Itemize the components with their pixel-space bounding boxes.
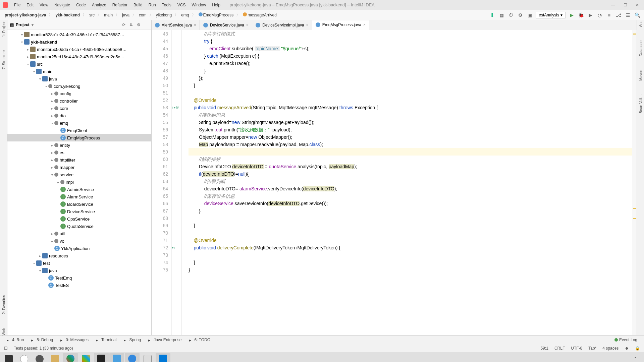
tree-item[interactable]: ▸impl (7, 178, 151, 186)
tree-item[interactable]: ▾java (7, 75, 151, 82)
caret-position[interactable]: 59:1 (541, 346, 548, 351)
intellij-button[interactable] (94, 353, 109, 362)
tree-item[interactable]: ▾main (7, 68, 151, 75)
structure-icon[interactable]: ☰ (625, 12, 631, 18)
menu-window[interactable]: Window (189, 1, 209, 9)
tree-item[interactable]: ▸es (7, 149, 151, 156)
tool-tab-project[interactable]: 1: Project (2, 21, 6, 37)
start-button[interactable] (1, 353, 16, 362)
run-button[interactable]: ▶ (568, 12, 575, 18)
tree-item[interactable]: ▾java (7, 267, 151, 274)
breadcrumb-item[interactable]: main (103, 12, 114, 18)
breadcrumb-item[interactable]: yikekong (155, 12, 173, 18)
collapse-icon[interactable]: ⇊ (128, 22, 134, 27)
menu-refactor[interactable]: Refactor (110, 1, 130, 9)
explorer-button[interactable] (48, 353, 62, 362)
search-icon[interactable]: 🔍 (634, 12, 641, 18)
menu-code[interactable]: Code (73, 1, 89, 9)
tree-item[interactable]: IAdminService (7, 186, 151, 193)
tree-item[interactable]: IQuotaService (7, 223, 151, 230)
tree-item[interactable]: ▸httpfilter (7, 156, 151, 164)
tool-tab-favorites[interactable]: 2: Favorites (2, 295, 6, 314)
close-tab-icon[interactable]: × (246, 23, 249, 27)
warning-mark[interactable] (633, 208, 636, 209)
run-config-dropdown[interactable]: estAnalysis▾ (536, 12, 566, 18)
tree-item[interactable]: IAlarmService (7, 193, 151, 200)
vcs-icon[interactable]: ⎇ (615, 12, 622, 18)
vscode-button[interactable] (156, 353, 170, 362)
project-tree[interactable]: ▾monitor528c1e24-4e39-486e-b1e7-f5447558… (7, 29, 151, 335)
tree-item[interactable]: ▾src (7, 60, 151, 68)
breadcrumb-item[interactable]: ykk-backend (54, 12, 81, 18)
profiler-icon[interactable]: ⏱ (507, 12, 514, 18)
close-tab-icon[interactable]: × (194, 23, 196, 27)
breadcrumb-item[interactable]: src (88, 12, 96, 18)
editor-tab[interactable]: AlertService.java× (152, 20, 200, 30)
attach-icon[interactable]: ⚙ (517, 12, 524, 18)
editor-tab[interactable]: EmqMsgProcess.java× (312, 20, 369, 30)
bottom-tab-terminal[interactable]: ▸Terminal (93, 337, 120, 343)
tree-item[interactable]: ▸core (7, 105, 151, 112)
tool-tab-web[interactable]: Web (2, 328, 6, 335)
tree-item[interactable]: ▸monitor25ed16e4-49a2-47d9-898e-ed2a5c… (7, 53, 151, 60)
file-encoding[interactable]: UTF-8 (571, 346, 582, 351)
tool-tab-ant[interactable]: Ant (639, 21, 643, 27)
warning-mark[interactable] (633, 34, 636, 35)
tree-item[interactable]: ▾ykk-backend (7, 38, 151, 46)
stop-button[interactable]: ■ (606, 12, 612, 18)
tree-item[interactable]: ▾com.yikekong (7, 82, 151, 90)
close-button[interactable]: ✕ (633, 2, 641, 8)
tree-item[interactable]: ▾monitor528c1e24-4e39-486e-b1e7-f5447558… (7, 31, 151, 38)
menu-tools[interactable]: Tools (159, 1, 174, 9)
tree-item[interactable]: ▸controller (7, 97, 151, 105)
line-separator[interactable]: CRLF (554, 346, 565, 351)
tool-tab-beanvali[interactable]: Bean Vali… (639, 94, 643, 113)
profile-run-icon[interactable]: ◔ (596, 12, 603, 18)
project-panel-title[interactable]: Project (16, 22, 30, 27)
tree-item[interactable]: ▸entity (7, 141, 151, 149)
menu-help[interactable]: Help (209, 1, 223, 9)
tree-item[interactable]: ▸util (7, 230, 151, 237)
close-tab-icon[interactable]: × (363, 22, 366, 27)
chrome-button[interactable] (63, 353, 78, 362)
tree-item[interactable]: ▸config (7, 90, 151, 97)
tree-item[interactable]: CEmqClient (7, 127, 151, 134)
tree-item[interactable]: ▸resources (7, 252, 151, 259)
refresh-icon[interactable]: ⟳ (121, 22, 126, 27)
menu-navigate[interactable]: Navigate (52, 1, 73, 9)
notepad-button[interactable] (109, 353, 124, 362)
close-tab-icon[interactable]: × (306, 23, 309, 27)
tree-item[interactable]: CYkkApplication (7, 245, 151, 252)
breadcrumb-item[interactable]: messageArrived (241, 12, 278, 18)
tab-mode[interactable]: Tab* (588, 346, 596, 351)
menu-edit[interactable]: Edit (24, 1, 36, 9)
menu-build[interactable]: Build (131, 1, 145, 9)
editor-tab[interactable]: DeviceServiceImpl.java× (252, 20, 312, 30)
breadcrumb-item[interactable]: project-yikekong-java (3, 12, 47, 18)
ms-app-button[interactable] (78, 353, 93, 362)
code-editor[interactable]: 4344454647484950515253545556575859606162… (152, 30, 637, 335)
editor-tab[interactable]: DeviceService.java× (200, 20, 252, 30)
debug-button[interactable]: 🐞 (578, 12, 584, 18)
hide-icon[interactable]: — (143, 22, 149, 27)
error-stripe[interactable] (632, 30, 637, 335)
tree-item[interactable]: ▸vo (7, 237, 151, 245)
menu-vcs[interactable]: VCS (175, 1, 189, 9)
wordpad-button[interactable] (140, 353, 155, 362)
tree-item[interactable]: IBoardService (7, 200, 151, 208)
code-content[interactable]: //共享订阅模式 try { emqClient.subscribe( topi… (182, 30, 632, 335)
tool-tab-database[interactable]: Database (639, 41, 643, 56)
bottom-tab-spring[interactable]: ▸Spring (120, 337, 144, 343)
bottom-tab-run[interactable]: ▸4: Run (3, 337, 27, 343)
coverage-icon[interactable]: ▣ (526, 12, 533, 18)
coverage-run-icon[interactable]: ▶ (587, 12, 594, 18)
tree-item[interactable]: ▾service (7, 171, 151, 178)
breadcrumb-item[interactable]: java (121, 12, 131, 18)
task-view-button[interactable] (32, 353, 47, 362)
toggle-icon-1[interactable]: ▦ (498, 12, 505, 18)
edge-button[interactable] (125, 353, 140, 362)
chevron-down-icon[interactable]: ▾ (32, 22, 34, 27)
tree-item[interactable]: ▾emq (7, 119, 151, 127)
tree-item[interactable]: ▾test (7, 259, 151, 267)
tree-item[interactable]: ▸monitor5c50dda7-5ca7-49db-968e-aa0bde8… (7, 46, 151, 53)
